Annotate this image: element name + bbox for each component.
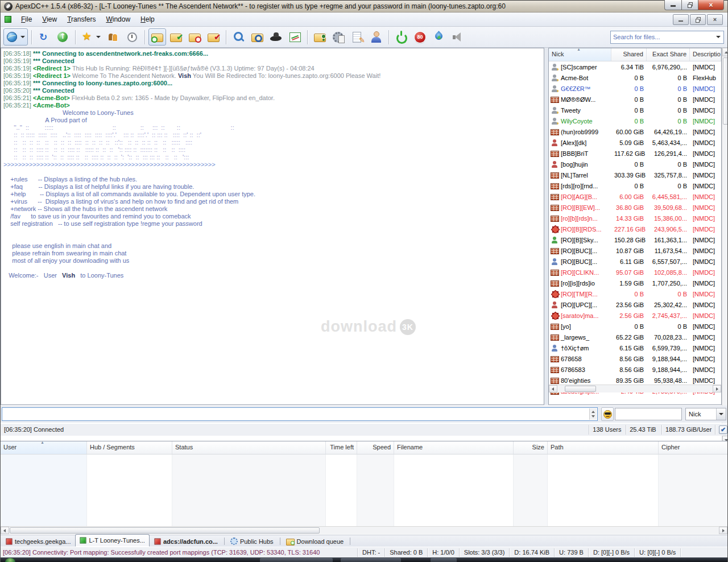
message-spinner[interactable]: [589, 408, 597, 420]
user-list-row[interactable]: G€€Z€R™0 B0 B[NMDC]: [549, 83, 721, 94]
search-dropdown-icon[interactable]: [716, 36, 721, 38]
taskbar-button[interactable]: [260, 558, 333, 562]
userlist-header-shared[interactable]: Shared: [611, 48, 647, 61]
user-list-row[interactable]: [rds][ro][rnd...0 B0 B[NMDC]: [549, 180, 721, 191]
user-list-row[interactable]: 6786588.56 GiB9,188,944,...[NMDC]: [549, 353, 721, 364]
finished-uploads-button[interactable]: [205, 28, 222, 46]
user-list-row[interactable]: [RO][B][Sky...150.28 GiB161,363,1...[NMD…: [549, 234, 721, 245]
user-list-row[interactable]: [RO][BUC][...6.11 GiB6,557,507,...[NMDC]: [549, 256, 721, 267]
menu-file[interactable]: File: [16, 14, 37, 25]
transfers-header-path[interactable]: Path: [548, 441, 659, 454]
tab-adcs-adcfun-co-[interactable]: adcs://adcfun.co...: [150, 536, 222, 547]
user-list-row[interactable]: [BBB]BriT117.62 GiB126,291,4...[NMDC]: [549, 148, 721, 159]
download-queue-button[interactable]: [148, 28, 166, 46]
search-button[interactable]: [230, 28, 247, 46]
user-list-row[interactable]: [RO][B][RDS...227.16 GiB243,906,5...[NMD…: [549, 224, 721, 234]
taskbar-button[interactable]: [431, 558, 457, 562]
minimize-button[interactable]: [664, 0, 682, 10]
user-list-row[interactable]: 67865838.56 GiB9,188,944,...[NMDC]: [549, 364, 721, 375]
transfers-header-hub-segments[interactable]: Hub / Segments: [87, 441, 172, 454]
user-list-row[interactable]: [RO][B][EW]...36.80 GiB39,509,68...[NMDC…: [549, 202, 721, 213]
windows-taskbar[interactable]: [1, 557, 727, 562]
search-spy-button[interactable]: [267, 28, 285, 46]
mdi-close-button[interactable]: ×: [707, 14, 723, 25]
user-list-row[interactable]: MØ®®ØW...0 B0 B[NMDC]: [549, 94, 721, 105]
adl-search-button[interactable]: [249, 28, 266, 46]
tab-techgeeks-geekga-[interactable]: techgeeks.geekga...: [2, 536, 75, 547]
scroll-left-icon[interactable]: [1, 527, 9, 534]
tab-download-queue[interactable]: Download queue: [282, 536, 348, 547]
menu-view[interactable]: View: [37, 14, 62, 25]
reconnect-button[interactable]: [35, 28, 53, 46]
transfers-header-user[interactable]: User▴: [1, 441, 87, 454]
transfers-hscrollbar[interactable]: [1, 526, 727, 534]
shutdown-button[interactable]: [392, 28, 410, 46]
settings-button[interactable]: [330, 28, 348, 46]
mdi-restore-button[interactable]: [690, 14, 706, 25]
user-list-row[interactable]: [RO][TM][R...0 B0 B[NMDC]: [549, 288, 721, 299]
user-list-row[interactable]: [Alex][dk]5.09 GiB5,463,434,...[NMDC]: [549, 137, 721, 148]
network-stats-button[interactable]: [286, 28, 304, 46]
emoticon-button[interactable]: [601, 407, 614, 421]
start-orb-icon[interactable]: [5, 558, 15, 562]
scroll-right-icon[interactable]: [713, 385, 721, 392]
user-list-hscrollbar[interactable]: [549, 385, 721, 392]
follow-redirect-button[interactable]: [54, 28, 72, 46]
menu-help[interactable]: Help: [135, 14, 160, 25]
close-button[interactable]: ×: [698, 0, 724, 10]
recent-hubs-button[interactable]: [123, 28, 141, 46]
transfers-header-time-left[interactable]: Time left: [326, 441, 357, 454]
chat-userlist-splitter[interactable]: [544, 48, 548, 405]
user-list-row[interactable]: (hun)rob999960.00 GiB64,426,19...[NMDC]: [549, 126, 721, 137]
user-list-row[interactable]: [yo]0 B0 B[NMDC]: [549, 321, 721, 332]
scroll-left-icon[interactable]: [549, 385, 557, 392]
waiting-users-button[interactable]: [186, 28, 204, 46]
favorite-hubs-button[interactable]: [79, 28, 104, 46]
open-filelist-button[interactable]: [311, 28, 329, 46]
away-button[interactable]: [367, 28, 385, 46]
transfers-body[interactable]: [1, 454, 727, 527]
main-chat[interactable]: download 3K [06:35:18] *** Connecting to…: [1, 48, 544, 405]
user-list-row[interactable]: [NL]Tarrel303.39 GiB325,757,8...[NMDC]: [549, 170, 721, 180]
user-list-row[interactable]: _largews_65.22 GiB70,028,23...[NMDC]: [549, 332, 721, 342]
taskbar-button[interactable]: [341, 558, 401, 562]
transfers-header-cipher[interactable]: Cipher: [659, 441, 728, 454]
combo-dropdown-icon[interactable]: [716, 408, 726, 420]
user-list-row[interactable]: [bog]hujin0 B0 B[NMDC]: [549, 159, 721, 170]
search-input[interactable]: [611, 34, 716, 40]
dropdown-arrow-icon[interactable]: [96, 36, 101, 38]
user-list-row[interactable]: [ro][b][rds]n...14.33 GiB15,386,00...[NM…: [549, 213, 721, 224]
dropdown-arrow-icon[interactable]: [20, 36, 25, 38]
user-list-row[interactable]: WilyCoyote0 B0 B[NMDC]: [549, 115, 721, 126]
user-list-vscrollbar[interactable]: [722, 48, 728, 444]
userlist-header-description[interactable]: Description: [690, 48, 721, 61]
scroll-up-icon[interactable]: [722, 48, 728, 56]
user-list-row[interactable]: [RO][AG][B...6.00 GiB6,445,581,...[NMDC]: [549, 191, 721, 202]
scroll-right-icon[interactable]: [719, 527, 727, 534]
transfers-header-size[interactable]: Size: [514, 441, 548, 454]
user-list-row[interactable]: Acme-Bot0 B0 BFlexHub: [549, 72, 721, 83]
user-list-row[interactable]: [SC]scamper6.34 TiB6,976,290,...[NMDC]: [549, 61, 721, 72]
filter-input[interactable]: [615, 408, 681, 420]
notepad-button[interactable]: [349, 28, 366, 46]
user-list-row[interactable]: †ôXiç†øm6.15 GiB6,599,739,...[NMDC]: [549, 342, 721, 353]
show-users-checkbox[interactable]: ✔: [719, 425, 727, 434]
finished-downloads-button[interactable]: [167, 28, 185, 46]
message-input[interactable]: [2, 408, 589, 420]
menu-window[interactable]: Window: [101, 14, 135, 25]
user-list-row[interactable]: [RO][BUC][...10.87 GiB11,673,54...[NMDC]: [549, 245, 721, 256]
tab-public-hubs[interactable]: Public Hubs: [226, 536, 278, 547]
user-list-row[interactable]: [ro][is][rds]io1.59 GiB1,707,250,...[NMD…: [549, 278, 721, 288]
favorite-users-button[interactable]: [105, 28, 122, 46]
transfers-header-filename[interactable]: Filename: [394, 441, 514, 454]
transfers-header-status[interactable]: Status: [172, 441, 326, 454]
hub-window-icon[interactable]: [5, 16, 11, 23]
user-list-row[interactable]: [RO][UPC][...23.56 GiB25,302,42...[NMDC]: [549, 299, 721, 310]
user-list-row[interactable]: [saratov]ma...2.56 GiB2,745,437,...[NMDC…: [549, 310, 721, 321]
userlist-header-nick[interactable]: Nick▴: [549, 48, 611, 61]
filter-column-combo[interactable]: Nick: [685, 408, 726, 420]
menu-transfers[interactable]: Transfers: [62, 14, 101, 25]
tab-l-t-looney-tunes-[interactable]: L-T Looney-Tunes...: [75, 534, 149, 547]
user-list-row[interactable]: Tweety0 B0 B[NMDC]: [549, 105, 721, 115]
mdi-minimize-button[interactable]: [673, 14, 689, 25]
